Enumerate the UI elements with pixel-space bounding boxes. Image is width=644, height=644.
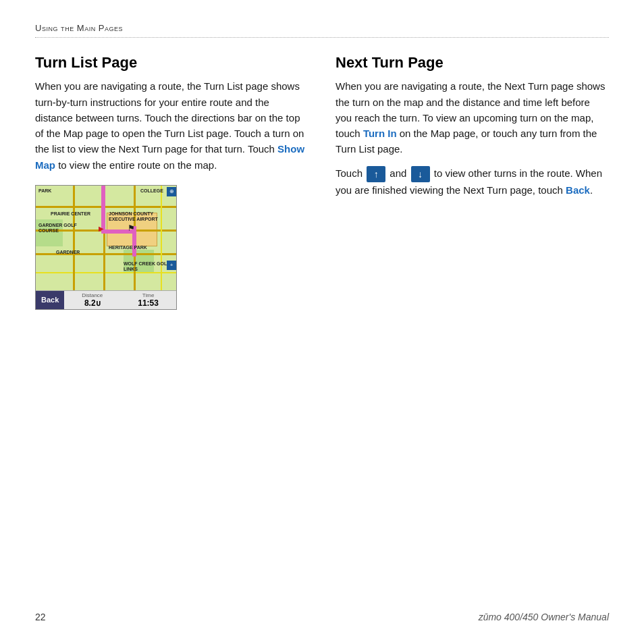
up-arrow-button[interactable]: ↑: [367, 166, 385, 182]
map-distance-stat: Distance 8.2ᴜ: [64, 292, 120, 308]
flag-icon: ⚑: [128, 223, 135, 233]
time-value: 11:53: [120, 298, 176, 308]
map-back-button[interactable]: Back: [36, 291, 64, 309]
map-time-stat: Time 11:53: [120, 292, 176, 308]
map-icon-br: +: [167, 261, 176, 270]
period: .: [590, 184, 593, 196]
map-statusbar: Back Distance 8.2ᴜ Time 11:53: [36, 290, 176, 309]
time-label: Time: [120, 292, 176, 298]
header-title: Using the Main Pages: [35, 23, 123, 33]
turn-list-title: Turn List Page: [35, 54, 308, 72]
turn-list-body: When you are navigating a route, the Tur…: [35, 78, 308, 173]
turn-in-link[interactable]: Turn In: [363, 128, 397, 139]
up-arrow-icon: ↑: [374, 169, 379, 179]
label-wolf-creek: WOLF CREEK GOLFLINKS: [124, 261, 169, 271]
page-container: Using the Main Pages Turn List Page When…: [0, 0, 644, 644]
road-v-4: [161, 186, 162, 290]
road-v-1: [73, 186, 75, 290]
distance-value: 8.2ᴜ: [64, 298, 120, 308]
down-arrow-icon: ↓: [418, 169, 423, 179]
page-number: 22: [35, 612, 46, 622]
label-johnson: JOHNSON COUNTYEXECUTIVE AIRPORT: [109, 211, 158, 221]
location-icon: ▶: [99, 225, 104, 232]
and-label: and: [387, 167, 409, 179]
road-h-1: [36, 206, 177, 208]
map-icon-tr: ⊕: [167, 187, 176, 196]
next-turn-body-1: When you are navigating a route, the Nex…: [336, 78, 609, 157]
road-h-4: [36, 272, 177, 273]
label-gardner: GARDNER: [56, 250, 80, 255]
label-prairie: PRAIRIE CENTER: [51, 211, 90, 217]
label-gardner-golf: GARDNER GOLFCOURSE: [38, 223, 77, 233]
next-turn-body-2: Touch ↑ and ↓ to view other turns in the…: [336, 165, 609, 198]
down-arrow-button[interactable]: ↓: [411, 166, 430, 182]
turn-list-text-2: to view the entire route on the map.: [55, 159, 217, 171]
column-left: Turn List Page When you are navigating a…: [35, 54, 308, 310]
page-header: Using the Main Pages: [35, 22, 609, 38]
map-screenshot: PARK COLLEGE PRAIRIE CENTER GARDNER GOLF…: [35, 185, 177, 310]
label-park: PARK: [38, 188, 51, 194]
column-right: Next Turn Page When you are navigating a…: [336, 54, 609, 198]
back-link[interactable]: Back: [566, 184, 590, 196]
label-college: COLLEGE: [140, 188, 163, 194]
map-area: PARK COLLEGE PRAIRIE CENTER GARDNER GOLF…: [36, 186, 177, 290]
label-heritage: HERITAGE PARK: [109, 245, 147, 250]
turn-list-text-1: When you are navigating a route, the Tur…: [35, 80, 304, 155]
product-name: zūmo 400/450 Owner's Manual: [479, 612, 609, 622]
page-footer: 22 zūmo 400/450 Owner's Manual: [35, 612, 609, 622]
next-turn-title: Next Turn Page: [336, 54, 609, 72]
content-columns: Turn List Page When you are navigating a…: [35, 54, 609, 310]
distance-label: Distance: [64, 292, 120, 298]
touch-label: Touch: [336, 167, 365, 179]
